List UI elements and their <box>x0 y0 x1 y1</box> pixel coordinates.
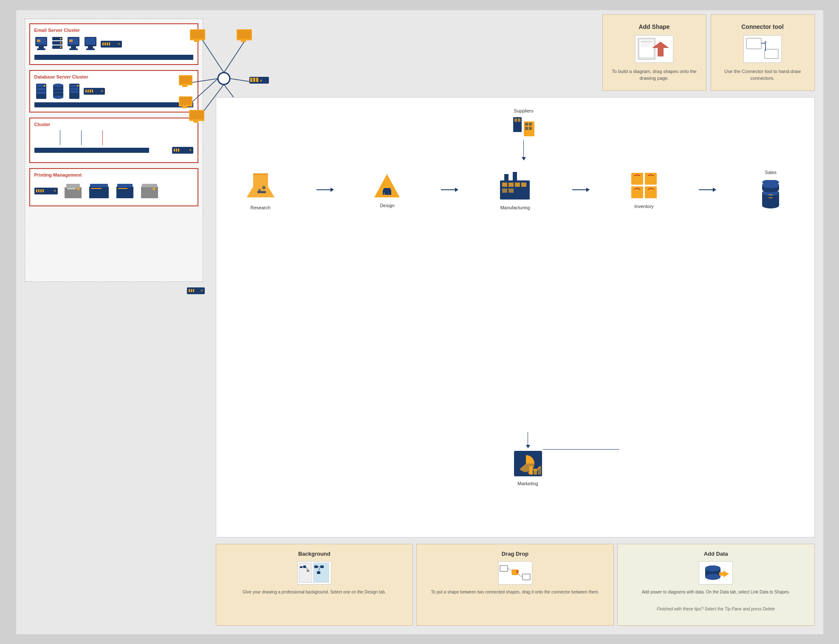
ps-port-3 <box>40 189 42 192</box>
printer-4[interactable] <box>140 183 159 199</box>
workstation-2[interactable] <box>67 36 80 52</box>
add-data-title: Add Data <box>704 551 728 557</box>
svg-rect-37 <box>66 184 80 188</box>
server-stack-1[interactable] <box>51 36 63 52</box>
connector-tool-title: Connector tool <box>741 23 784 30</box>
svg-rect-100 <box>529 123 532 126</box>
printing-switch-group[interactable]: ✕ <box>34 188 58 194</box>
marketing-icon <box>513 450 543 478</box>
workstation-3[interactable] <box>84 36 97 52</box>
drag-drop-icon <box>498 561 532 585</box>
suppliers-arrow-down <box>511 138 537 160</box>
svg-rect-149 <box>523 574 530 580</box>
marketing-to-sales-arrow <box>543 436 619 450</box>
svg-rect-137 <box>300 566 302 568</box>
network-cluster-area: Email Server Cluster <box>25 19 203 282</box>
cluster-switch-port-3 <box>178 149 179 152</box>
printer-2[interactable] <box>88 183 110 199</box>
drag-drop-text: To put a shape between two connected sha… <box>431 589 599 595</box>
canvas: Email Server Cluster <box>16 10 823 634</box>
cluster-switch[interactable]: ✕ <box>172 147 193 154</box>
switch-db-port-4 <box>92 90 93 93</box>
manufacturing-node[interactable]: Manufacturing <box>498 170 532 210</box>
marketing-node[interactable]: Marketing <box>513 450 543 486</box>
db-server-tower[interactable] <box>68 83 80 100</box>
svg-point-155 <box>705 574 720 580</box>
svg-rect-38 <box>65 195 82 198</box>
svg-point-10 <box>60 46 62 48</box>
printer-3[interactable] <box>116 183 134 199</box>
svg-rect-19 <box>86 48 95 50</box>
inventory-icon <box>629 171 659 200</box>
svg-rect-69 <box>182 85 187 87</box>
cross-switch: ✕ <box>187 287 205 294</box>
svg-rect-45 <box>116 186 133 196</box>
cluster-bus <box>34 148 149 153</box>
svg-rect-80 <box>193 121 198 123</box>
design-node[interactable]: ! Design <box>373 172 401 208</box>
db-server-1[interactable] <box>34 83 48 100</box>
ps-port-2 <box>38 189 40 192</box>
marketing-group: Marketing <box>513 432 543 486</box>
mfg-down-arrow <box>526 445 530 448</box>
stick-2 <box>81 130 82 145</box>
research-icon <box>245 170 277 202</box>
ps-port-1 <box>36 189 37 192</box>
simple-cluster-content: ✕ <box>34 130 193 158</box>
svg-point-156 <box>705 565 720 571</box>
svg-rect-47 <box>116 195 133 198</box>
database-server-cluster[interactable]: Database Server Cluster <box>29 70 198 112</box>
printing-content: ✕ <box>34 181 193 201</box>
email-server-title: Email Server Cluster <box>34 28 193 33</box>
svg-rect-68 <box>180 76 192 84</box>
email-server-content: ✕ <box>34 36 193 52</box>
svg-rect-96 <box>514 118 517 122</box>
connector-tool-illustration <box>746 37 780 61</box>
research-node[interactable]: Research <box>245 170 277 210</box>
printer-2-icon <box>88 183 110 199</box>
design-label: Design <box>380 203 394 208</box>
svg-marker-157 <box>719 571 729 577</box>
svg-rect-62 <box>191 30 204 39</box>
printing-cluster[interactable]: Printing Management ✕ <box>29 168 198 206</box>
svg-rect-34 <box>70 91 79 93</box>
svg-rect-29 <box>53 89 63 90</box>
svg-rect-99 <box>525 123 528 126</box>
connector-tool-text: Use the Connector tool to hand-draw conn… <box>718 68 808 82</box>
svg-rect-138 <box>303 565 306 568</box>
main-flow: Research ! Design <box>225 170 806 210</box>
svg-rect-4 <box>37 39 40 42</box>
process-diagram: Suppliers <box>216 97 815 537</box>
switch-db[interactable]: ✕ <box>84 88 105 95</box>
svg-rect-43 <box>89 195 109 198</box>
add-data-tip: Add Data Add power to diagrams with data… <box>617 544 815 626</box>
printer-1-icon <box>64 183 82 199</box>
stick-3-red <box>102 130 103 145</box>
svg-rect-88 <box>641 45 649 47</box>
switch-db-port-2 <box>88 90 89 93</box>
svg-rect-46 <box>117 184 133 187</box>
svg-rect-91 <box>765 49 778 59</box>
switch-1[interactable]: ✕ <box>101 41 122 48</box>
sales-node[interactable]: Sales <box>756 170 785 210</box>
ps-x: ✕ <box>54 189 56 193</box>
printer-1[interactable] <box>64 183 82 199</box>
workstation-1[interactable] <box>34 36 48 52</box>
svg-rect-112 <box>508 183 514 187</box>
db-server-1-icon <box>34 83 48 100</box>
db-cylinder-1[interactable] <box>51 83 65 100</box>
email-server-cluster[interactable]: Email Server Cluster <box>29 23 198 65</box>
m-to-s-horiz <box>543 449 619 450</box>
simple-cluster[interactable]: Cluster ✕ <box>29 118 198 163</box>
svg-rect-42 <box>90 184 108 187</box>
cluster-switch-body: ✕ <box>172 147 193 154</box>
left-panel: Email Server Cluster <box>25 19 207 626</box>
inventory-node[interactable]: Inventory <box>629 171 659 209</box>
svg-rect-63 <box>194 40 199 42</box>
top-tips-row: Add Shape To build a diagram, drag shape… <box>602 14 815 91</box>
svg-rect-15 <box>69 39 73 42</box>
add-shape-text: To build a diagram, drag shapes onto the… <box>609 68 700 82</box>
svg-rect-143 <box>314 565 318 568</box>
server-stack-1-icon <box>51 36 63 52</box>
cs-port-2 <box>191 289 192 292</box>
